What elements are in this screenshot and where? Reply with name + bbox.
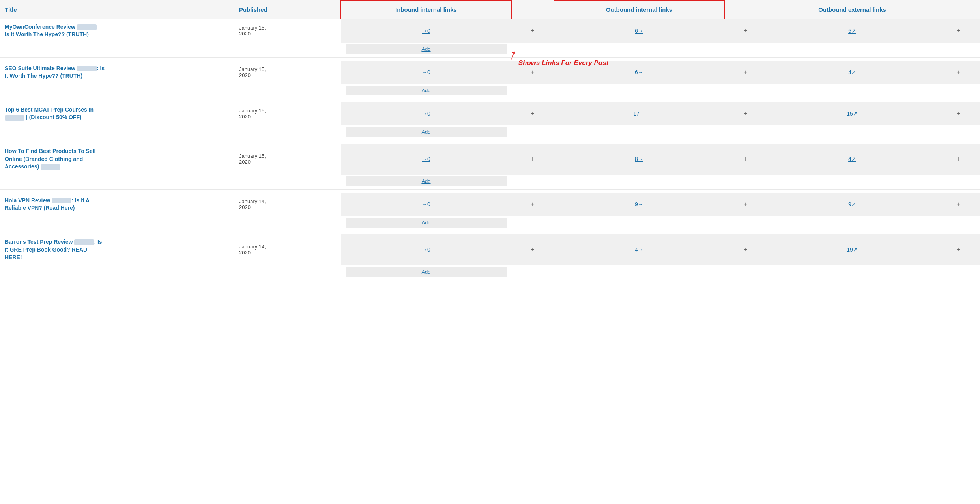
inbound-add-button[interactable]: +	[511, 193, 554, 216]
outbound-internal-cell[interactable]: 8→	[554, 144, 724, 175]
outbound-external-cell[interactable]: 4↗	[767, 61, 937, 84]
outbound-external-cell[interactable]: 9↗	[767, 193, 937, 216]
add-row-spacer-3	[724, 175, 767, 190]
outbound-internal-add-button[interactable]: +	[724, 61, 767, 84]
add-row-spacer-5	[937, 175, 980, 190]
post-title[interactable]: Top 6 Best MCAT Prep Courses In | (Disco…	[0, 102, 234, 125]
outbound-internal-value[interactable]: 17→	[633, 110, 645, 117]
inbound-add-button[interactable]: +	[511, 61, 554, 84]
add-row-spacer-3	[724, 265, 767, 280]
outbound-external-add-button[interactable]: +	[937, 193, 980, 216]
blurred-text	[52, 198, 71, 203]
inbound-link-value[interactable]: →0	[422, 246, 430, 253]
add-row-date-spacer	[234, 84, 341, 99]
outbound-external-cell[interactable]: 4↗	[767, 144, 937, 175]
add-link-button[interactable]: Add	[341, 216, 511, 231]
add-row-spacer-1	[511, 84, 554, 99]
outbound-internal-add-button[interactable]: +	[724, 102, 767, 125]
add-row-spacer-1	[511, 216, 554, 231]
add-label[interactable]: Add	[346, 127, 507, 137]
spacer-row	[0, 140, 980, 144]
add-row-title-spacer	[0, 125, 234, 140]
table-row: MyOwnConference Review Is It Worth The H…	[0, 19, 980, 43]
add-row-spacer-5	[937, 43, 980, 58]
add-label[interactable]: Add	[346, 218, 507, 228]
add-row-spacer-1	[511, 43, 554, 58]
inbound-link-value[interactable]: →0	[422, 156, 430, 162]
add-row-spacer-5	[937, 265, 980, 280]
add-label[interactable]: Add	[346, 267, 507, 277]
inbound-links-cell[interactable]: →0	[341, 193, 511, 216]
outbound-internal-cell[interactable]: 17→	[554, 102, 724, 125]
add-row-spacer-2	[554, 175, 724, 190]
inbound-add-button[interactable]: +	[511, 102, 554, 125]
inbound-links-cell[interactable]: →0	[341, 61, 511, 84]
inbound-link-value[interactable]: →0	[422, 201, 430, 207]
outbound-internal-cell[interactable]: 4→	[554, 234, 724, 265]
table-row: SEO Suite Ultimate Review : IsIt Worth T…	[0, 61, 980, 84]
inbound-links-cell[interactable]: →0	[341, 234, 511, 265]
outbound-external-cell[interactable]: 19↗	[767, 234, 937, 265]
outbound-external-value[interactable]: 5↗	[848, 28, 856, 34]
outbound-external-add-button[interactable]: +	[937, 61, 980, 84]
add-row-title-spacer	[0, 216, 234, 231]
table-row: How To Find Best Products To SellOnline …	[0, 144, 980, 175]
add-row-spacer-2	[554, 84, 724, 99]
inbound-links-cell[interactable]: →0	[341, 19, 511, 43]
inbound-links-cell[interactable]: →0	[341, 102, 511, 125]
add-row: Add	[0, 216, 980, 231]
outbound-internal-cell[interactable]: 9→	[554, 193, 724, 216]
outbound-internal-value[interactable]: 8→	[635, 156, 643, 162]
add-row-spacer-4	[767, 84, 937, 99]
inbound-link-value[interactable]: →0	[422, 28, 430, 34]
post-title[interactable]: MyOwnConference Review Is It Worth The H…	[0, 19, 234, 43]
post-title[interactable]: SEO Suite Ultimate Review : IsIt Worth T…	[0, 61, 234, 84]
outbound-internal-add-button[interactable]: +	[724, 19, 767, 43]
inbound-link-value[interactable]: →0	[422, 110, 430, 117]
spacer-cell	[0, 231, 980, 235]
add-row-spacer-3	[724, 84, 767, 99]
post-title[interactable]: Hola VPN Review : Is It AReliable VPN? (…	[0, 193, 234, 216]
inbound-add-button[interactable]: +	[511, 19, 554, 43]
add-link-button[interactable]: Add	[341, 125, 511, 140]
outbound-internal-add-button[interactable]: +	[724, 234, 767, 265]
publish-date: January 14,2020	[234, 234, 341, 265]
inbound-add-button[interactable]: +	[511, 144, 554, 175]
outbound-external-value[interactable]: 19↗	[847, 246, 858, 253]
add-link-button[interactable]: Add	[341, 175, 511, 190]
outbound-internal-value[interactable]: 6→	[635, 28, 643, 34]
outbound-external-cell[interactable]: 15↗	[767, 102, 937, 125]
outbound-internal-add-button[interactable]: +	[724, 193, 767, 216]
outbound-external-cell[interactable]: 5↗	[767, 19, 937, 43]
outbound-external-value[interactable]: 9↗	[848, 201, 856, 207]
col-inbound: Inbound internal links	[341, 0, 511, 19]
inbound-links-cell[interactable]: →0	[341, 144, 511, 175]
add-label[interactable]: Add	[346, 44, 507, 54]
outbound-internal-add-button[interactable]: +	[724, 144, 767, 175]
post-title[interactable]: How To Find Best Products To SellOnline …	[0, 144, 234, 175]
add-link-button[interactable]: Add	[341, 265, 511, 280]
outbound-internal-value[interactable]: 9→	[635, 201, 643, 207]
col-outbound-internal: Outbound internal links	[554, 0, 724, 19]
outbound-external-value[interactable]: 15↗	[847, 110, 858, 117]
outbound-external-value[interactable]: 4↗	[848, 69, 856, 75]
add-link-button[interactable]: Add	[341, 43, 511, 58]
outbound-external-add-button[interactable]: +	[937, 234, 980, 265]
post-title[interactable]: Barrons Test Prep Review : IsIt GRE Prep…	[0, 234, 234, 265]
add-link-button[interactable]: Add	[341, 84, 511, 99]
add-row-spacer-5	[937, 84, 980, 99]
add-row-spacer-2	[554, 43, 724, 58]
inbound-link-value[interactable]: →0	[422, 69, 430, 75]
col-outbound-external-plus	[937, 0, 980, 19]
add-label[interactable]: Add	[346, 176, 507, 186]
outbound-external-add-button[interactable]: +	[937, 102, 980, 125]
outbound-internal-value[interactable]: 4→	[635, 246, 643, 253]
inbound-add-button[interactable]: +	[511, 234, 554, 265]
outbound-external-add-button[interactable]: +	[937, 144, 980, 175]
outbound-external-add-button[interactable]: +	[937, 19, 980, 43]
outbound-internal-value[interactable]: 6→	[635, 69, 643, 75]
outbound-internal-cell[interactable]: 6→	[554, 61, 724, 84]
add-label[interactable]: Add	[346, 86, 507, 95]
outbound-external-value[interactable]: 4↗	[848, 156, 856, 162]
outbound-internal-cell[interactable]: 6→	[554, 19, 724, 43]
